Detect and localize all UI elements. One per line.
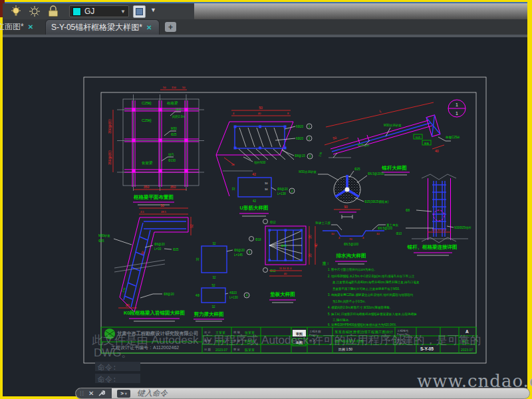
svg-text:锚杆大样图: 锚杆大样图 [381, 165, 407, 171]
svg-text:4Φ: 4Φ [196, 294, 200, 297]
svg-text:32: 32 [211, 305, 215, 309]
toolbar-empty-area [194, 3, 527, 19]
svg-text:Φ25锚杆: Φ25锚杆 [358, 144, 370, 147]
tab-elevation-drawing[interactable]: 立面图* ✕ [0, 19, 43, 35]
layer-freeze-sun-icon[interactable] [29, 6, 40, 17]
svg-text:40: 40 [258, 112, 261, 115]
screen-glyph [136, 8, 143, 15]
svg-text:4: 4 [233, 112, 235, 115]
prompt-caret: ▾ [125, 391, 127, 396]
svg-text:50: 50 [182, 86, 186, 89]
detail-bearing-plate: 垫板 Φ12 Φ18 Φ12 20 20 40 11 10 11 4 40 垫板… [249, 219, 319, 303]
svg-text:40: 40 [314, 243, 318, 247]
svg-text:Φ10: Φ10 [396, 232, 402, 235]
svg-text:20: 20 [308, 253, 312, 257]
wrench-icon[interactable] [98, 390, 105, 397]
svg-text:4: 4 [246, 294, 248, 297]
svg-text:1: 1 [456, 111, 458, 116]
svg-text:52: 52 [190, 224, 194, 228]
svg-text:6. 采用Φ28HPB400级钢筋时单根抗拔力为420.0K: 6. 采用Φ28HPB400级钢筋时单根抗拔力为420.0KN。 [328, 323, 398, 327]
layer-lock-icon[interactable] [49, 6, 58, 17]
svg-text:框格梁平面布置图: 框格梁平面布置图 [133, 194, 174, 200]
svg-text:锚杆、框格梁连接详图: 锚杆、框格梁连接详图 [407, 244, 458, 250]
svg-text:Φ6.5@100: Φ6.5@100 [344, 243, 358, 246]
new-tab-button[interactable]: + [165, 22, 176, 32]
tab-sy05-detail-drawing[interactable]: S-Y-05锚杆框格梁大样图* ✕ [45, 19, 160, 35]
svg-text:4. 横梁间距2.0m,断面尺寸:宽32cm,随坡面调整。: 4. 横梁间距2.0m,断面尺寸:宽32cm,随坡面调整。 [328, 305, 392, 310]
svg-text:350: 350 [170, 185, 176, 189]
layer-state-icons[interactable] [8, 5, 66, 18]
layer-on-bulb-icon[interactable] [11, 5, 21, 16]
grip-handle-icon[interactable]: ⁞⁞ [80, 390, 84, 397]
svg-text:4: 4 [362, 236, 364, 239]
svg-text:C25砼: C25砼 [142, 118, 152, 123]
svg-text:8: 8 [287, 112, 289, 115]
svg-text:L=130: L=130 [229, 296, 238, 299]
svg-text:40: 40 [284, 272, 287, 275]
svg-text:5. 施工时,沿坡面开挖沟槽将现浇钢筋砼骨架梁嵌入坡体,分段: 5. 施工时,沿坡面开挖沟槽将现浇钢筋砼骨架梁嵌入坡体,分段跳槽施 [328, 312, 417, 316]
svg-text:10: 10 [331, 232, 334, 235]
detail-rock-anchor-ladder: 50 4.5 48.5 52 32 80 M30砂浆 Φ25 Φ6@20 L=3… [98, 203, 194, 321]
svg-text:32: 32 [212, 242, 216, 245]
command-input-placeholder[interactable]: 键入命令 [137, 388, 168, 398]
svg-text:工程编号: 工程编号 [397, 329, 409, 332]
detail-stirrups: 32 32 32 Φ6@20 L=145 3 52 32 4Φ 4Φ20 L=1… [194, 242, 252, 321]
svg-text:锚具: 锚具 [415, 136, 421, 139]
svg-text:Φ6@20: Φ6@20 [277, 188, 288, 191]
svg-text:素土夯实: 素土夯实 [386, 223, 399, 227]
svg-text:Φ25: Φ25 [171, 133, 177, 136]
command-prompt-icon[interactable]: > ▾ [117, 390, 130, 398]
svg-text:11 10 11 4: 11 10 11 4 [279, 267, 292, 270]
svg-text:Φ12: Φ12 [270, 269, 276, 273]
trusteddwg-watermark-line2: DWG。 [94, 345, 133, 360]
svg-text:L=145: L=145 [234, 253, 243, 257]
command-bar-controls: ⁞⁞ ✕ [76, 388, 112, 398]
svg-text:1:N: 1:N [318, 152, 323, 157]
svg-text:2023.07: 2023.07 [461, 348, 473, 352]
svg-text:3: 3 [309, 155, 311, 158]
tab-close-icon[interactable]: ✕ [28, 23, 33, 31]
svg-text:C25砼: C25砼 [142, 101, 152, 106]
svg-text:3: 3 [249, 251, 251, 254]
svg-text:4 11 10 11 4: 4 11 10 11 4 [432, 228, 446, 231]
toolbar-chevron-down-icon[interactable]: ▼ [150, 7, 156, 13]
svg-text:20: 20 [308, 235, 312, 239]
svg-text:10: 10 [376, 232, 380, 235]
svg-text:50: 50 [163, 86, 166, 89]
svg-text:6Φ20: 6Φ20 [296, 137, 304, 140]
svg-text:4.5: 4.5 [140, 210, 144, 213]
svg-text:32: 32 [232, 187, 235, 191]
svg-text:陈某某: 陈某某 [245, 348, 255, 352]
svg-text:Φ6.5@100: Φ6.5@100 [378, 227, 392, 230]
tab-close-icon[interactable]: ✕ [146, 24, 152, 31]
quick-properties-icon[interactable] [133, 5, 146, 18]
svg-text:K0段框格梁入岩锚固大样图: K0段框格梁入岩锚固大样图 [124, 310, 185, 316]
layer-dropdown[interactable]: GJ ▼ [69, 5, 129, 17]
svg-text:为1.8m,间距不小于0.5m。: 为1.8m,间距不小于0.5m。 [332, 300, 368, 304]
svg-text:2. 锚杆Φ28钢筋,长2.5m,中心距2.0(斜)m,锚孔: 2. 锚杆Φ28钢筋,长2.5m,中心距2.0(斜)m,锚孔须清孔后自下而上注 [328, 274, 415, 279]
svg-text:间距2.0m: 间距2.0m [172, 115, 185, 119]
command-input-bar[interactable]: ⁞⁞ ✕ > ▾ 键入命令 [75, 388, 530, 399]
svg-text:3. 格构梁采用C25砼,横纵梁交点处设锚杆,锚杆外露段与锚: 3. 格构梁采用C25砼,横纵梁交点处设锚杆,锚杆外露段与锚固段均 [328, 293, 413, 297]
detail-u-bar: 42 32 10 10 42 Φ6@20 L=138 2 U形筋大样图 [232, 172, 295, 216]
detail-anchor-cross-section: M30水泥砂浆 Φ25 Φ6.5@2000 Φ25(3Φ25钢筋束) 90 [299, 168, 388, 219]
svg-text:垫板: 垫板 [281, 244, 288, 247]
svg-text:350(斜距): 350(斜距) [108, 119, 112, 134]
svg-text:日 期: 日 期 [204, 348, 211, 351]
detail-grid-plan: C25砼 框格梁 C25砼 骨架梁 350(斜距) 350(斜距) 350 35… [108, 86, 204, 205]
svg-text:框格梁: 框格梁 [167, 100, 178, 106]
svg-text:350(斜距): 350(斜距) [108, 150, 112, 165]
svg-text:20: 20 [231, 163, 235, 166]
svg-text:Φ12: Φ12 [270, 221, 276, 224]
svg-text:防渗土工膜: 防渗土工膜 [316, 221, 331, 225]
svg-text:80: 80 [126, 303, 130, 307]
dropdown-caret-icon[interactable]: ▼ [120, 9, 126, 15]
svg-text:且浆面不再下降时方可终止,注浆体强度不低于M30。: 且浆面不再下降时方可终止,注浆体强度不低于M30。 [332, 287, 402, 291]
detail-anchor-rod: L 50 40 M30水泥砂浆 Φ25锚杆 锚具 垫板 垫墩C25砼 1:N 1 [318, 100, 466, 175]
svg-text:40: 40 [435, 149, 439, 153]
svg-text:50: 50 [160, 203, 164, 207]
layer-color-swatch[interactable] [72, 7, 81, 16]
svg-text:2023.07: 2023.07 [215, 348, 227, 352]
svg-text:锚孔: 锚孔 [168, 152, 175, 156]
command-close-icon[interactable]: ✕ [88, 390, 94, 397]
